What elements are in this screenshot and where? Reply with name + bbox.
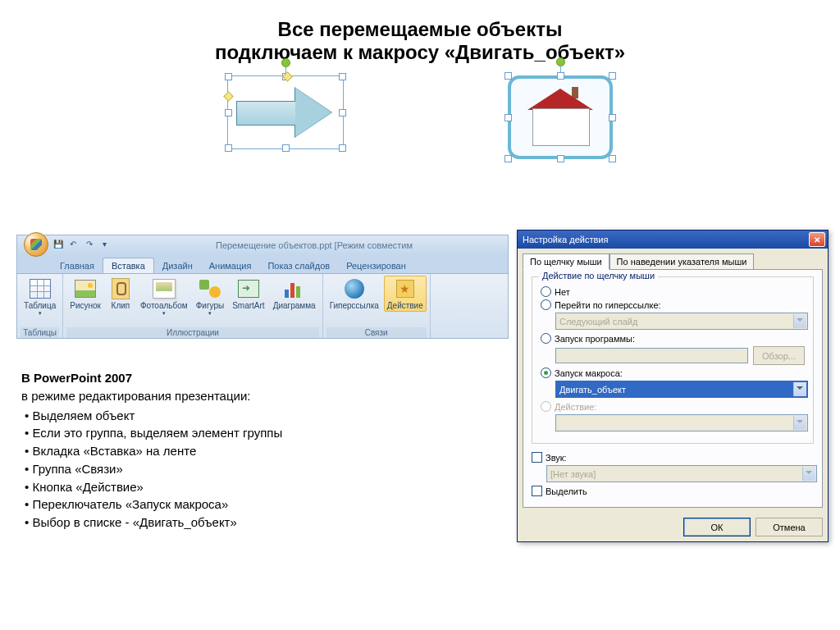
instructions-list: Выделяем объект Если это группа, выделяе…	[21, 407, 481, 532]
tab-review[interactable]: Рецензирован	[338, 258, 414, 273]
tab-insert[interactable]: Вставка	[103, 258, 154, 273]
radio-run-macro[interactable]	[541, 368, 551, 378]
tab-animation[interactable]: Анимация	[201, 258, 260, 273]
action-settings-dialog: Настройка действия ✕ По щелчку мыши По н…	[517, 230, 829, 542]
house-shape-selected	[508, 75, 613, 159]
group-illustrations: Иллюстрации	[66, 327, 318, 338]
radio-hyperlink[interactable]	[541, 299, 551, 310]
instructions: В PowerPoint 2007 в режиме редактировани…	[21, 369, 481, 533]
action-combo	[555, 414, 808, 431]
browse-button: Обзор...	[753, 346, 805, 365]
fieldset-legend: Действие по щелчку мыши	[539, 271, 658, 281]
table-button[interactable]: Таблица▾	[21, 276, 59, 318]
macro-combo[interactable]: Двигать_объект	[555, 381, 808, 398]
save-icon[interactable]: 💾	[53, 240, 65, 251]
qat-dropdown-icon[interactable]: ▾	[103, 240, 114, 251]
highlight-checkbox[interactable]	[532, 486, 542, 496]
ribbon-tabs: Главная Вставка Дизайн Анимация Показ сл…	[17, 255, 508, 273]
shapes-row	[0, 72, 840, 171]
tab-mouse-click[interactable]: По щелчку мыши	[523, 253, 609, 270]
tab-slideshow[interactable]: Показ слайдов	[259, 258, 338, 273]
office-button[interactable]	[24, 232, 48, 257]
picture-button[interactable]: Рисунок	[66, 276, 104, 318]
dialog-title: Настройка действия	[523, 235, 608, 244]
program-path-input	[555, 348, 748, 363]
hyperlink-combo: Следующий слайд	[555, 313, 808, 330]
sound-combo: [Нет звука]	[546, 465, 817, 482]
window-title: Перемещение объектов.ppt [Режим совмести…	[121, 240, 508, 250]
smartart-button[interactable]: SmartArt	[229, 276, 267, 318]
group-links: Связи	[326, 327, 427, 338]
undo-icon[interactable]: ↶	[70, 240, 81, 251]
clip-button[interactable]: Клип	[106, 276, 135, 318]
radio-run-program[interactable]	[541, 333, 551, 344]
action-button[interactable]: ★Действие	[384, 276, 427, 312]
redo-icon[interactable]: ↷	[86, 240, 98, 251]
ok-button[interactable]: ОК	[683, 518, 751, 536]
group-tables: Таблицы	[21, 327, 59, 338]
shapes-button[interactable]: Фигуры▾	[193, 276, 227, 318]
cancel-button[interactable]: Отмена	[756, 518, 823, 536]
tab-home[interactable]: Главная	[52, 258, 103, 273]
close-icon[interactable]: ✕	[809, 232, 825, 247]
radio-action	[541, 401, 551, 412]
photoalbum-button[interactable]: Фотоальбом▾	[137, 276, 191, 318]
slide-title: Все перемещаемые объектыподключаем к мак…	[0, 0, 840, 72]
radio-none[interactable]	[541, 286, 551, 297]
sound-checkbox[interactable]	[532, 452, 542, 463]
hyperlink-button[interactable]: Гиперссылка	[326, 276, 382, 312]
ribbon-window: 💾 ↶ ↷ ▾ Перемещение объектов.ppt [Режим …	[16, 235, 509, 339]
instructions-header: В PowerPoint 2007	[21, 371, 132, 385]
chart-button[interactable]: Диаграмма	[270, 276, 319, 318]
tab-design[interactable]: Дизайн	[154, 258, 201, 273]
arrow-shape-selected	[227, 75, 344, 159]
tab-mouse-hover[interactable]: По наведении указателя мыши	[609, 253, 755, 269]
